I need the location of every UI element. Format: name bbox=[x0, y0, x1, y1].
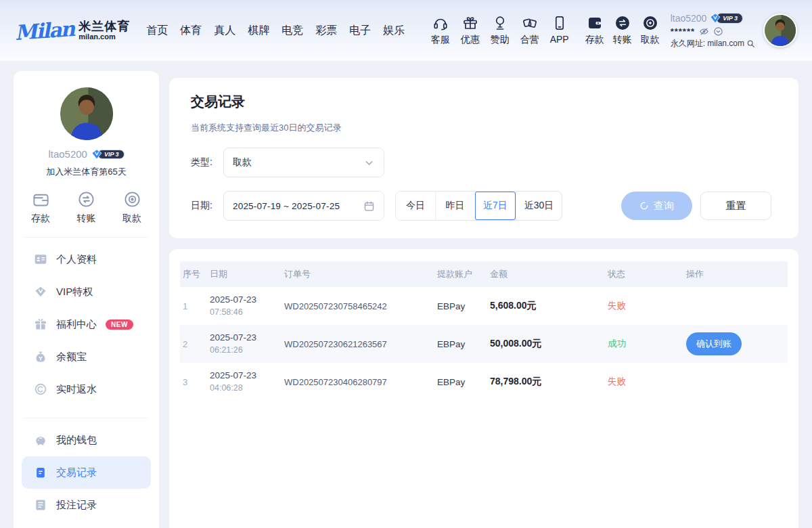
sidebar-item-transactions[interactable]: 交易记录 bbox=[22, 456, 151, 489]
nav-entertainment[interactable]: 娱乐 bbox=[383, 24, 405, 38]
sidebar-item-welfare[interactable]: 福利中心 NEW bbox=[22, 308, 151, 340]
vip-badge: VIP 3 bbox=[710, 13, 743, 24]
top-bar: Milan 米兰体育 milan.com 首页 体育 真人 棋牌 电竞 彩票 电… bbox=[0, 0, 812, 61]
loading-spinner-icon bbox=[639, 201, 649, 211]
table-row: 3 2025-07-23 04:06:28 WD2025072304062807… bbox=[180, 363, 788, 401]
range-yesterday-button[interactable]: 昨日 bbox=[435, 192, 474, 220]
deposit-button[interactable]: 存款 bbox=[585, 15, 604, 46]
date-range-input[interactable]: 2025-07-19 ~ 2025-07-25 bbox=[223, 191, 384, 221]
sidebar-item-rebate[interactable]: 实时返水 bbox=[22, 373, 151, 405]
rebate-icon bbox=[34, 382, 47, 396]
circle-chevron-down-icon[interactable] bbox=[713, 26, 723, 37]
wallet-icon-group: 存款 转账 取款 bbox=[585, 15, 660, 46]
reset-button[interactable]: 重置 bbox=[700, 192, 771, 220]
vip-privilege-icon bbox=[34, 285, 47, 299]
nav-sports[interactable]: 体育 bbox=[180, 24, 202, 38]
sidebar-menu-wallet: 我的钱包 交易记录 投注记录 bbox=[14, 424, 159, 521]
gift-icon bbox=[462, 15, 478, 31]
withdraw-button[interactable]: 取款 bbox=[641, 15, 660, 46]
service-icon-group: 客服 优惠 bbox=[431, 15, 569, 46]
search-icon[interactable] bbox=[746, 39, 755, 48]
logo-script-text: Milan bbox=[14, 16, 74, 44]
customer-service-button[interactable]: 客服 bbox=[431, 15, 450, 46]
table-row: 2 2025-07-23 06:21:26 WD2025072306212635… bbox=[180, 325, 788, 363]
user-avatar[interactable] bbox=[763, 14, 797, 47]
row-order-number: WD202507230621263567 bbox=[281, 339, 434, 349]
wallet-icon bbox=[587, 15, 603, 31]
page-subtitle: 当前系统支持查询最近30日的交易记录 bbox=[191, 122, 777, 134]
avatar-image bbox=[765, 15, 796, 46]
calendar-icon bbox=[363, 200, 375, 212]
sidebar-item-vip[interactable]: VIP特权 bbox=[22, 276, 151, 308]
logo-cn-name: 米兰体育 bbox=[78, 20, 130, 33]
col-date: 日期 bbox=[207, 268, 281, 280]
row-account: EBPay bbox=[434, 377, 487, 387]
sidebar-avatar[interactable] bbox=[60, 87, 113, 140]
phone-icon bbox=[551, 15, 568, 31]
row-status: 成功 bbox=[605, 338, 683, 350]
username[interactable]: ltao5200 bbox=[671, 12, 707, 25]
sidebar-deposit-button[interactable]: 存款 bbox=[31, 190, 50, 225]
type-label: 类型: bbox=[191, 156, 223, 169]
sidebar-menu: 个人资料 VIP特权 福利中心 NEW bbox=[14, 243, 159, 405]
row-account: EBPay bbox=[434, 301, 487, 311]
affiliate-button[interactable]: 合营 bbox=[520, 15, 539, 46]
masked-balance: ****** bbox=[671, 26, 695, 38]
col-status: 状态 bbox=[605, 268, 683, 280]
row-amount: 78,798.00元 bbox=[487, 376, 605, 388]
type-select[interactable]: 取款 bbox=[223, 148, 384, 177]
gift-icon bbox=[34, 317, 47, 331]
sidebar-item-profile[interactable]: 个人资料 bbox=[22, 243, 151, 276]
sidebar-transfer-button[interactable]: 转账 bbox=[77, 190, 96, 225]
range-7days-button[interactable]: 近7日 bbox=[474, 192, 516, 220]
transaction-record-icon bbox=[34, 466, 47, 479]
affiliate-icon bbox=[522, 15, 538, 31]
row-order-number: WD202507230406280797 bbox=[281, 377, 434, 387]
range-today-button[interactable]: 今日 bbox=[396, 192, 435, 220]
confirm-received-button[interactable]: 确认到账 bbox=[686, 332, 742, 355]
nav-slots[interactable]: 电子 bbox=[349, 24, 371, 38]
vip-badge: VIP 3 bbox=[91, 149, 125, 160]
sponsorship-button[interactable]: 赞助 bbox=[491, 15, 510, 46]
transfer-button[interactable]: 转账 bbox=[613, 15, 632, 46]
records-table-card: 序号 日期 订单号 提款账户 金额 状态 操作 1 2025-07-23 07:… bbox=[169, 249, 798, 528]
transfer-icon bbox=[614, 15, 631, 31]
avatar-image bbox=[60, 87, 113, 140]
row-time: 07:58:46 bbox=[210, 307, 281, 318]
date-label: 日期: bbox=[191, 200, 223, 212]
sidebar-item-bet-records[interactable]: 投注记录 bbox=[22, 489, 151, 521]
row-account: EBPay bbox=[434, 339, 487, 349]
range-30days-button[interactable]: 近30日 bbox=[516, 192, 562, 220]
table-row: 1 2025-07-23 07:58:46 WD2025072307584652… bbox=[180, 287, 788, 325]
page-title: 交易记录 bbox=[191, 93, 777, 111]
sidebar-withdraw-button[interactable]: 取款 bbox=[122, 190, 141, 225]
row-date: 2025-07-23 bbox=[210, 294, 281, 306]
eye-off-icon[interactable] bbox=[699, 26, 709, 37]
row-status: 失败 bbox=[605, 300, 683, 312]
chevron-down-icon bbox=[363, 157, 375, 169]
col-account: 提款账户 bbox=[434, 268, 487, 280]
promotions-button[interactable]: 优惠 bbox=[461, 15, 480, 46]
sidebar-quick-actions: 存款 转账 取款 bbox=[14, 190, 159, 225]
search-button[interactable]: 查询 bbox=[621, 192, 692, 220]
app-download-button[interactable]: APP bbox=[550, 15, 569, 46]
nav-chess[interactable]: 棋牌 bbox=[248, 24, 269, 38]
row-time: 04:06:28 bbox=[210, 382, 281, 394]
page: Milan 米兰体育 milan.com 首页 体育 真人 棋牌 电竞 彩票 电… bbox=[0, 0, 812, 528]
brand-logo[interactable]: Milan 米兰体育 milan.com bbox=[15, 19, 130, 43]
row-order-number: WD202507230758465242 bbox=[281, 301, 434, 311]
sidebar-item-my-wallet[interactable]: 我的钱包 bbox=[22, 424, 151, 456]
user-info-block: ltao5200 VIP 3 ****** bbox=[671, 12, 755, 49]
main-content: 交易记录 当前系统支持查询最近30日的交易记录 类型: 取款 日期: 2025-… bbox=[169, 78, 798, 528]
row-amount: 50,008.00元 bbox=[487, 338, 605, 350]
transfer-icon bbox=[77, 190, 95, 208]
sidebar-item-yuebao[interactable]: 余额宝 bbox=[22, 340, 151, 373]
nav-esports[interactable]: 电竞 bbox=[281, 24, 303, 38]
bet-record-icon bbox=[34, 498, 47, 512]
type-select-value: 取款 bbox=[233, 156, 363, 169]
new-badge: NEW bbox=[106, 320, 133, 330]
nav-home[interactable]: 首页 bbox=[146, 24, 168, 38]
filter-card: 交易记录 当前系统支持查询最近30日的交易记录 类型: 取款 日期: 2025-… bbox=[169, 78, 798, 238]
nav-lottery[interactable]: 彩票 bbox=[315, 24, 337, 38]
nav-live[interactable]: 真人 bbox=[214, 24, 235, 38]
